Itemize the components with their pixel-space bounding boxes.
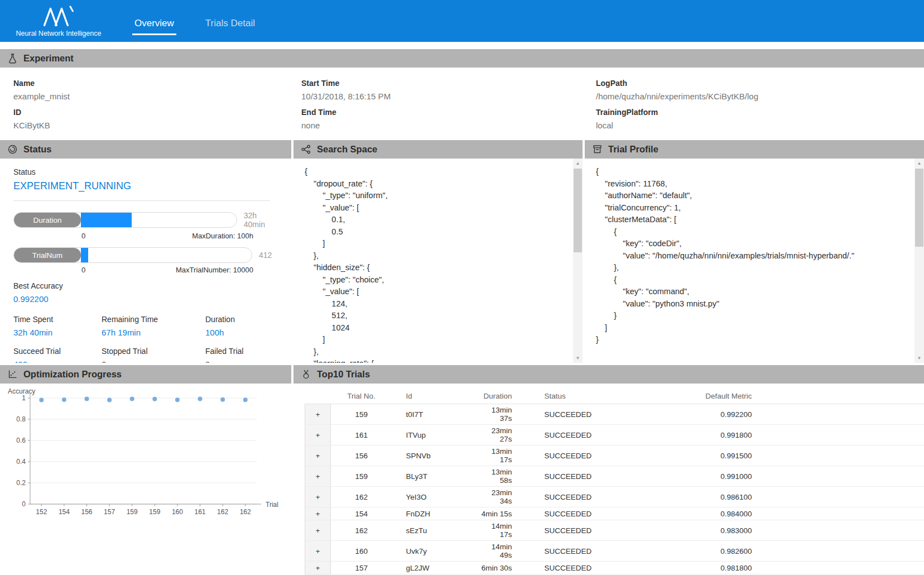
field-value: 10/31/2018, 8:16:15 PM bbox=[301, 92, 596, 101]
filler-cell bbox=[758, 541, 924, 562]
filler-cell bbox=[758, 425, 924, 445]
trial-status-cell: SUCCEEDED bbox=[535, 466, 624, 487]
top-trials-table: Trial No.IdDurationStatusDefault Metric … bbox=[305, 389, 924, 575]
expand-row-button[interactable]: + bbox=[305, 520, 331, 541]
expand-row-button[interactable]: + bbox=[305, 487, 331, 507]
x-tick-label: 159 bbox=[127, 508, 138, 516]
expand-row-button[interactable]: + bbox=[305, 404, 331, 425]
search-space-panel: Search Space { "dropout_rate": { "_type"… bbox=[293, 140, 583, 363]
stat-value: 403 bbox=[13, 360, 102, 363]
scroll-down-icon[interactable]: ▼ bbox=[915, 353, 924, 363]
progress-max: MaxTrialNumber: 10000 bbox=[176, 266, 253, 274]
scatter-point[interactable] bbox=[62, 397, 66, 402]
trial-id-cell: YeI3O bbox=[392, 487, 479, 507]
panel-title: Search Space bbox=[317, 144, 377, 155]
trial-duration-cell: 23min 34s bbox=[479, 487, 535, 507]
filler-cell bbox=[758, 445, 924, 466]
scroll-up-icon[interactable]: ▲ bbox=[915, 159, 924, 168]
progress-track: Duration bbox=[13, 212, 237, 228]
trial-id-cell: SPNVb bbox=[392, 445, 479, 466]
progress-fill bbox=[81, 213, 132, 227]
scatter-point[interactable] bbox=[243, 397, 248, 402]
field-label: ID bbox=[13, 108, 301, 117]
progress-value: 412 bbox=[259, 251, 272, 260]
y-axis-title: Accuracy bbox=[8, 387, 35, 395]
x-tick-label: 157 bbox=[104, 508, 115, 516]
trial-no-cell: 160 bbox=[331, 541, 392, 562]
status-panel: Status Status EXPERIMENT_RUNNING Duratio… bbox=[0, 140, 291, 363]
scatter-point[interactable] bbox=[107, 397, 112, 402]
stat-failed-trial: Failed Trial9 bbox=[205, 347, 278, 363]
trial-status-cell: SUCCEEDED bbox=[535, 541, 624, 562]
navbar: Neural Network Intelligence OverviewTria… bbox=[0, 0, 924, 42]
optimization-header: Optimization Progress bbox=[0, 365, 291, 384]
trial-status-cell: SUCCEEDED bbox=[535, 520, 624, 541]
experiment-header: Experiment bbox=[0, 49, 924, 68]
nav-tab-overview[interactable]: Overview bbox=[132, 16, 176, 35]
column-header-default-metric[interactable]: Default Metric bbox=[624, 389, 758, 404]
stats-grid: Time Spent32h 40minRemaining Time67h 19m… bbox=[13, 315, 278, 363]
trial-duration-cell: 4min 15s bbox=[479, 507, 535, 520]
y-tick-label: 0.6 bbox=[16, 437, 26, 444]
trial-id-cell: sEzTu bbox=[392, 520, 479, 541]
trial-no-cell: 159 bbox=[331, 404, 392, 425]
brand[interactable]: Neural Network Intelligence bbox=[14, 0, 103, 42]
stat-value: 32h 40min bbox=[13, 328, 102, 337]
nav-tabs: OverviewTrials Detail bbox=[132, 0, 257, 42]
x-axis-title: Trial bbox=[266, 501, 278, 509]
expand-row-button[interactable]: + bbox=[305, 445, 331, 466]
experiment-status-value: EXPERIMENT_RUNNING bbox=[13, 180, 278, 192]
scrollbar-thumb[interactable] bbox=[915, 169, 923, 247]
scatter-point[interactable] bbox=[198, 397, 203, 401]
trial-metric-cell: 0.992200 bbox=[624, 404, 758, 425]
trial-profile-scrollbar[interactable]: ▲ ▼ bbox=[915, 159, 924, 363]
scatter-point[interactable] bbox=[85, 397, 89, 401]
scatter-point[interactable] bbox=[39, 398, 44, 402]
scatter-point[interactable] bbox=[175, 397, 180, 402]
column-header-trial-no[interactable]: Trial No. bbox=[331, 389, 392, 404]
trial-row: +161ITVup23min 27sSUCCEEDED0.991800 bbox=[305, 425, 924, 445]
expand-row-button[interactable]: + bbox=[305, 425, 331, 445]
x-tick-label: 154 bbox=[59, 508, 70, 516]
stat-label: Remaining Time bbox=[102, 315, 205, 324]
column-header-id[interactable]: Id bbox=[392, 389, 479, 404]
divider bbox=[13, 200, 270, 201]
column-header-duration[interactable]: Duration bbox=[479, 389, 535, 404]
filler-cell bbox=[758, 507, 924, 520]
progress-bars: Duration32h 40min0MaxDuration: 100hTrial… bbox=[13, 211, 278, 274]
search-space-scrollbar[interactable]: ▲ ▼ bbox=[573, 159, 583, 363]
scatter-point[interactable] bbox=[220, 397, 225, 402]
progress-remaining bbox=[81, 248, 252, 262]
nav-tab-trials-detail[interactable]: Trials Detail bbox=[203, 16, 257, 35]
experiment-column: Name example_mnist ID KCiBytKB bbox=[13, 72, 301, 130]
y-tick-label: 0.4 bbox=[16, 458, 26, 466]
expand-row-button[interactable]: + bbox=[305, 507, 331, 520]
field-value: local bbox=[596, 121, 924, 130]
y-tick-label: 1 bbox=[22, 394, 26, 402]
column-header-status[interactable]: Status bbox=[535, 389, 624, 404]
progress-group-duration: Duration32h 40min0MaxDuration: 100h bbox=[13, 211, 278, 240]
trial-row: +154FnDZH4min 15sSUCCEEDED0.984000 bbox=[305, 507, 924, 520]
nni-logo-icon bbox=[40, 5, 77, 27]
stat-value: 0 bbox=[102, 360, 205, 363]
trial-profile-icon bbox=[592, 144, 603, 155]
field-value: /home/quzha/nni/experiments/KCiBytKB/log bbox=[596, 92, 924, 101]
trial-duration-cell: 13min 37s bbox=[479, 404, 535, 425]
progress-bar-label: TrialNum bbox=[14, 248, 81, 262]
expand-row-button[interactable]: + bbox=[305, 466, 331, 487]
search-space-body: { "dropout_rate": { "_type": "uniform", … bbox=[293, 159, 583, 363]
scatter-point[interactable] bbox=[152, 397, 157, 401]
trial-no-cell: 157 bbox=[331, 562, 392, 574]
progress-fill bbox=[81, 248, 88, 262]
trial-metric-cell: 0.991500 bbox=[624, 445, 758, 466]
flask-icon bbox=[7, 53, 18, 64]
trial-no-cell: 161 bbox=[331, 425, 392, 445]
trial-row: +159t0I7T13min 37sSUCCEEDED0.992200 bbox=[305, 404, 924, 425]
expand-row-button[interactable]: + bbox=[305, 541, 331, 562]
scrollbar-thumb[interactable] bbox=[574, 169, 582, 252]
scroll-up-icon[interactable]: ▲ bbox=[573, 159, 583, 168]
expand-row-button[interactable]: + bbox=[305, 562, 331, 574]
scatter-point[interactable] bbox=[130, 397, 134, 401]
scroll-down-icon[interactable]: ▼ bbox=[573, 353, 583, 363]
field-value: example_mnist bbox=[13, 92, 301, 101]
